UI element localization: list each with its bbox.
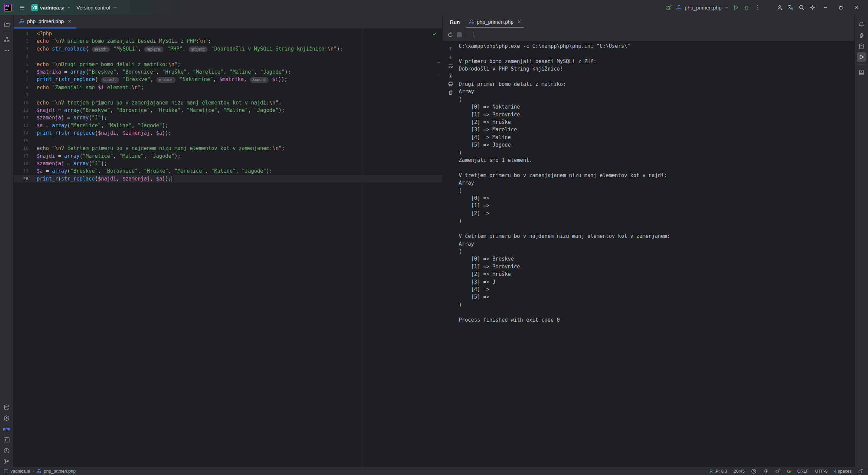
problems-tool-button[interactable] [2,446,12,455]
console-line[interactable]: Drugi primer bomo delali z matriko: [459,80,854,88]
console-line[interactable]: [5] => [459,293,854,301]
code-line[interactable]: 7print_r(str_replace( search: "Breskve",… [14,76,442,83]
translate-button[interactable]: A [785,2,796,13]
console-line[interactable]: V četrtem primeru bo v najdenem nizu man… [459,232,854,240]
console-line[interactable]: ( [459,187,854,194]
console-line[interactable]: V primeru bomo zamenjali besedi MySQLi z… [459,58,854,65]
debug-button[interactable] [741,2,752,13]
console-line[interactable]: ) [459,301,854,308]
console-line[interactable]: [5] => Jagode [459,141,854,149]
run-tab-php-primeri[interactable]: php php_primeri.php ✕ [464,15,526,28]
code-line[interactable]: 17$najdi = array("Marelice", "Maline", "… [14,152,442,160]
console-line[interactable]: [4] => [459,286,854,293]
console-line[interactable]: ( [459,248,854,255]
terminal-tool-button[interactable] [2,435,12,444]
more-actions-button[interactable]: ⋮ [752,2,763,13]
php-version-widget[interactable]: PHP: 8.3 [710,469,727,474]
code-line[interactable]: 6$matrika = array("Breskve", "Borovnice"… [14,68,442,76]
console-line[interactable]: [1] => [459,202,854,209]
caret-position-widget[interactable]: 20:45 [734,469,745,474]
console-line[interactable] [459,164,854,171]
console-line[interactable]: [1] => Borovnice [459,111,854,118]
services-tool-button[interactable] [2,413,12,423]
run-config-selector[interactable]: php php_primeri.php [674,2,730,13]
php-tool-button[interactable]: php [2,424,12,434]
console-line[interactable]: Array [459,179,854,187]
code-line[interactable]: 3echo str_replace( search: "MySQLi", rep… [14,45,442,53]
console-line[interactable]: [0] => Naktarine [459,103,854,111]
run-panel-title[interactable]: Run [446,15,464,28]
droplet-widget[interactable] [751,469,756,474]
commit-tool-button[interactable] [2,35,12,44]
console-line[interactable] [459,308,854,316]
console-line[interactable]: V tretjem primeru bo v zamenjajanem nizu… [459,172,854,179]
console-line[interactable]: Zamenjali smo 1 element. [459,156,854,164]
console-line[interactable]: [2] => [459,210,854,217]
console-line[interactable]: [2] => Hruške [459,118,854,126]
tab-close-icon[interactable]: ✕ [67,19,72,24]
database-stripe-button[interactable] [857,41,866,51]
line-ending-widget[interactable]: CRLF [797,469,809,474]
code-editor[interactable]: 1<?php2echo "\nV primeru bomo zamenjali … [14,28,442,467]
debug-listen-status[interactable] [775,468,781,474]
code-line[interactable]: 12$zamenjaj = array("J"); [14,114,442,121]
breadcrumb-project[interactable]: vadnica.si [11,469,30,474]
console-line[interactable]: ( [459,96,854,103]
console-line[interactable] [459,50,854,57]
next-occurrence-button[interactable] [446,53,455,62]
console-line[interactable]: [3] => J [459,278,854,286]
project-tool-button[interactable] [2,20,12,29]
console-line[interactable]: [3] => Marelice [459,126,854,133]
console-line[interactable]: Process finished with exit code 0 [459,316,854,324]
breadcrumb-file[interactable]: php_primeri.php [44,469,76,474]
code-line[interactable]: 9 [14,91,442,99]
database-tool-button[interactable] [2,402,12,412]
vcs-widget[interactable]: Version control [75,2,118,13]
console-line[interactable]: C:\xampp\php\php.exe -c C:\xampp\php\php… [459,42,854,50]
code-line[interactable]: 13$a = array("Marelice", "Maline", "Jago… [14,122,442,129]
code-line[interactable]: 8echo "Zamenjali smo $i element.\n"; [14,84,442,91]
code-line[interactable]: 14print_r(str_replace($najdi, $zamenjaj,… [14,129,442,137]
ai-assistant-button[interactable] [857,31,866,40]
console-line[interactable]: ) [459,149,854,156]
prev-occurrence-button[interactable] [446,44,455,53]
console-line[interactable]: [4] => Maline [459,134,854,141]
stop-button[interactable] [457,32,462,37]
settings-button[interactable] [807,2,818,13]
code-line[interactable]: 2echo "\nV primeru bomo zamenjali besedi… [14,37,442,45]
console-line[interactable]: Dobrodošli v PHP String knjižnico! [459,65,854,73]
google-icon[interactable]: G [787,469,791,474]
console-line[interactable]: [2] => Hruške [459,270,854,278]
search-everywhere-button[interactable] [796,2,807,13]
console-line[interactable]: [0] => [459,194,854,202]
documentation-button[interactable]: A [857,68,866,77]
rerun-button[interactable] [447,32,453,38]
console-more-button[interactable]: ⋮ [470,31,476,38]
code-with-me-button[interactable] [774,2,785,13]
scroll-to-end-button[interactable] [446,71,455,79]
run-tool-window-button[interactable] [857,52,866,62]
encoding-widget[interactable]: UTF-8 [815,469,828,474]
print-button[interactable] [446,79,455,88]
tab-close-icon[interactable]: ✕ [517,19,521,24]
window-minimize-button[interactable] [818,0,833,15]
editor-tab-php-primeri[interactable]: php php_primeri.php ✕ [14,15,76,28]
console-line[interactable]: Array [459,88,854,95]
code-line[interactable]: 10echo "\nV tretjem primeru bo v zamenja… [14,99,442,107]
code-line[interactable]: 19$a = array("Breskve", "Borovnice", "Hr… [14,167,442,175]
code-line[interactable]: 5echo "\nDrugi primer bomo delali z matr… [14,61,442,68]
window-close-button[interactable] [849,0,865,15]
console-line[interactable]: Array [459,240,854,248]
indent-widget[interactable]: 4 spaces [834,469,852,474]
inspection-status-widget[interactable] [432,31,437,36]
code-line[interactable]: 20print_r(str_replace($najdi, $zamenjaj,… [14,175,442,183]
ai-status-widget[interactable] [763,469,768,474]
more-tool-windows-button[interactable] [2,46,12,55]
code-line[interactable]: 11$najdi = array("Breskve", "Borovnice",… [14,107,442,114]
run-button[interactable] [730,2,741,13]
project-widget[interactable]: VS vadnica.si [29,2,73,13]
console-line[interactable]: [1] => Borovnice [459,263,854,270]
main-menu-button[interactable] [17,2,27,13]
debug-listen-toggle[interactable] [664,2,674,13]
window-restore-button[interactable] [833,0,849,15]
